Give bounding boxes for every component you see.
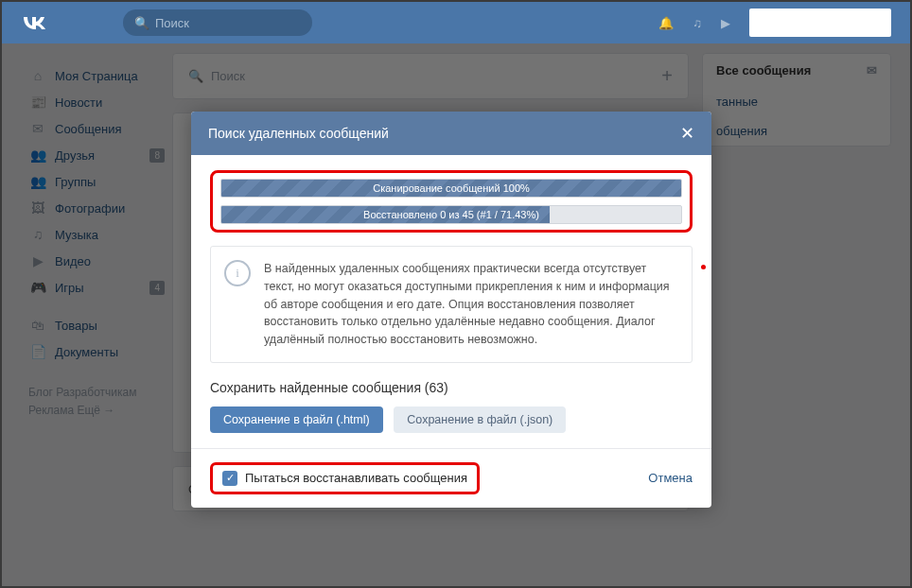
checkbox-icon: ✓ (222, 471, 237, 486)
save-html-button[interactable]: Сохранение в файл (.html) (210, 406, 383, 433)
top-icons: 🔔 ♫ ▶ (658, 16, 730, 30)
topbar: 🔍 Поиск 🔔 ♫ ▶ (2, 2, 910, 43)
checkbox-label: Пытаться восстанавливать сообщения (245, 471, 467, 485)
save-title: Сохранить найденные сообщения (63) (210, 380, 693, 395)
progress-highlight: Сканирование сообщений 100% Восстановлен… (210, 170, 693, 233)
bell-icon[interactable]: 🔔 (658, 16, 674, 30)
info-text: В найденных удаленных сообщениях практич… (264, 260, 678, 349)
profile-area[interactable] (749, 9, 891, 37)
scan-progress-bar: Сканирование сообщений 100% (220, 179, 682, 198)
search-icon: 🔍 (134, 16, 149, 30)
scan-progress-label: Сканирование сообщений 100% (221, 180, 681, 197)
modal-footer: ✓ Пытаться восстанавливать сообщения Отм… (191, 448, 711, 508)
vk-logo[interactable] (21, 10, 47, 35)
cancel-link[interactable]: Отмена (648, 471, 693, 485)
save-json-button[interactable]: Сохранение в файл (.json) (394, 406, 566, 433)
red-dot-annotation (701, 265, 706, 269)
deleted-messages-modal: Поиск удаленных сообщений ✕ Сканирование… (191, 112, 711, 508)
modal-title: Поиск удаленных сообщений (208, 126, 389, 141)
modal-header: Поиск удаленных сообщений ✕ (191, 112, 711, 155)
top-search-placeholder: Поиск (155, 16, 189, 30)
close-icon[interactable]: ✕ (680, 123, 694, 144)
info-box: i В найденных удаленных сообщениях практ… (210, 246, 693, 363)
video-icon[interactable]: ▶ (721, 16, 730, 30)
restore-progress-label: Восстановлено 0 из 45 (#1 / 71.43%) (221, 206, 681, 223)
top-search[interactable]: 🔍 Поиск (123, 9, 312, 36)
restore-checkbox-wrap[interactable]: ✓ Пытаться восстанавливать сообщения (210, 462, 480, 494)
restore-progress-bar: Восстановлено 0 из 45 (#1 / 71.43%) (220, 205, 682, 224)
info-icon: i (224, 260, 251, 286)
music-icon[interactable]: ♫ (693, 16, 702, 30)
